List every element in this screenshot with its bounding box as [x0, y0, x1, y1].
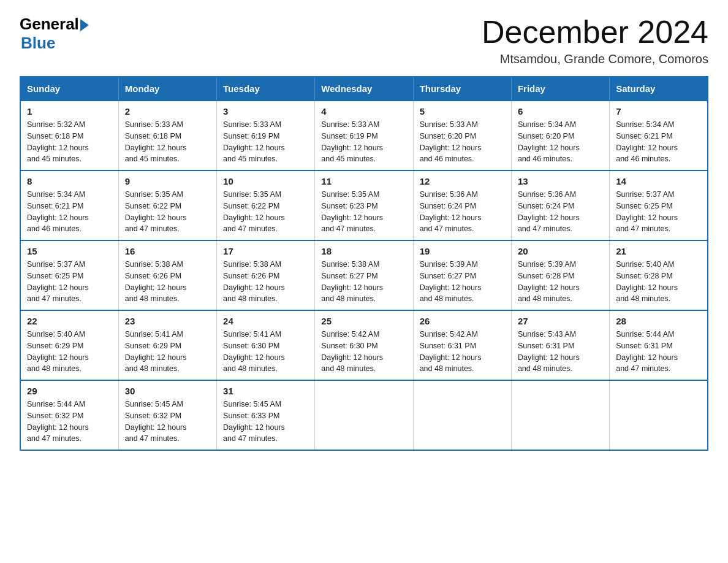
calendar-day-cell: 19 Sunrise: 5:39 AMSunset: 6:27 PMDaylig…	[413, 240, 511, 310]
day-info: Sunrise: 5:40 AMSunset: 6:29 PMDaylight:…	[27, 330, 89, 373]
day-number: 1	[27, 106, 112, 117]
calendar-header-cell: Tuesday	[217, 77, 315, 101]
day-number: 21	[616, 246, 701, 256]
day-number: 2	[125, 106, 210, 117]
day-number: 19	[420, 246, 505, 256]
day-number: 12	[420, 176, 505, 186]
calendar-week-row: 1 Sunrise: 5:32 AMSunset: 6:18 PMDayligh…	[20, 101, 708, 170]
day-number: 26	[420, 316, 505, 326]
day-number: 22	[27, 316, 112, 326]
day-info: Sunrise: 5:35 AMSunset: 6:23 PMDaylight:…	[321, 190, 383, 233]
day-info: Sunrise: 5:43 AMSunset: 6:31 PMDaylight:…	[518, 330, 580, 373]
calendar-week-row: 29 Sunrise: 5:44 AMSunset: 6:32 PMDaylig…	[20, 380, 708, 450]
day-info: Sunrise: 5:42 AMSunset: 6:30 PMDaylight:…	[321, 330, 383, 373]
day-info: Sunrise: 5:34 AMSunset: 6:21 PMDaylight:…	[27, 190, 89, 233]
logo-blue-text: Blue	[21, 34, 55, 52]
day-info: Sunrise: 5:33 AMSunset: 6:19 PMDaylight:…	[321, 120, 383, 163]
page-subtitle: Mtsamdou, Grande Comore, Comoros	[482, 52, 708, 66]
calendar-day-cell: 3 Sunrise: 5:33 AMSunset: 6:19 PMDayligh…	[217, 101, 315, 170]
day-number: 24	[223, 316, 308, 326]
calendar-day-cell: 5 Sunrise: 5:33 AMSunset: 6:20 PMDayligh…	[413, 101, 511, 170]
day-info: Sunrise: 5:33 AMSunset: 6:19 PMDaylight:…	[223, 120, 285, 163]
calendar-day-cell: 17 Sunrise: 5:38 AMSunset: 6:26 PMDaylig…	[217, 240, 315, 310]
calendar-header-cell: Saturday	[610, 77, 708, 101]
calendar-day-cell: 9 Sunrise: 5:35 AMSunset: 6:22 PMDayligh…	[118, 170, 216, 240]
day-info: Sunrise: 5:38 AMSunset: 6:26 PMDaylight:…	[223, 260, 285, 303]
calendar-day-cell: 30 Sunrise: 5:45 AMSunset: 6:32 PMDaylig…	[118, 380, 216, 450]
day-info: Sunrise: 5:40 AMSunset: 6:28 PMDaylight:…	[616, 260, 678, 303]
calendar-day-cell: 1 Sunrise: 5:32 AMSunset: 6:18 PMDayligh…	[20, 101, 118, 170]
calendar-week-row: 15 Sunrise: 5:37 AMSunset: 6:25 PMDaylig…	[20, 240, 708, 310]
day-info: Sunrise: 5:33 AMSunset: 6:20 PMDaylight:…	[420, 120, 482, 163]
day-number: 17	[223, 246, 308, 256]
day-number: 10	[223, 176, 308, 186]
calendar-day-cell	[610, 380, 708, 450]
day-info: Sunrise: 5:36 AMSunset: 6:24 PMDaylight:…	[518, 190, 580, 233]
calendar-week-row: 8 Sunrise: 5:34 AMSunset: 6:21 PMDayligh…	[20, 170, 708, 240]
calendar-day-cell: 24 Sunrise: 5:41 AMSunset: 6:30 PMDaylig…	[217, 310, 315, 380]
day-info: Sunrise: 5:37 AMSunset: 6:25 PMDaylight:…	[27, 260, 89, 303]
calendar-day-cell: 15 Sunrise: 5:37 AMSunset: 6:25 PMDaylig…	[20, 240, 118, 310]
day-info: Sunrise: 5:36 AMSunset: 6:24 PMDaylight:…	[420, 190, 482, 233]
calendar-day-cell: 18 Sunrise: 5:38 AMSunset: 6:27 PMDaylig…	[315, 240, 413, 310]
calendar-day-cell: 11 Sunrise: 5:35 AMSunset: 6:23 PMDaylig…	[315, 170, 413, 240]
day-info: Sunrise: 5:39 AMSunset: 6:27 PMDaylight:…	[420, 260, 482, 303]
logo: General Blue	[20, 15, 89, 53]
day-info: Sunrise: 5:38 AMSunset: 6:26 PMDaylight:…	[125, 260, 187, 303]
day-info: Sunrise: 5:33 AMSunset: 6:18 PMDaylight:…	[125, 120, 187, 163]
day-number: 29	[27, 386, 112, 396]
calendar-header-cell: Monday	[118, 77, 216, 101]
calendar-day-cell: 16 Sunrise: 5:38 AMSunset: 6:26 PMDaylig…	[118, 240, 216, 310]
calendar-day-cell	[413, 380, 511, 450]
day-info: Sunrise: 5:42 AMSunset: 6:31 PMDaylight:…	[420, 330, 482, 373]
day-number: 20	[518, 246, 603, 256]
day-number: 15	[27, 246, 112, 256]
calendar-day-cell: 25 Sunrise: 5:42 AMSunset: 6:30 PMDaylig…	[315, 310, 413, 380]
calendar-day-cell: 6 Sunrise: 5:34 AMSunset: 6:20 PMDayligh…	[511, 101, 609, 170]
day-number: 9	[125, 176, 210, 186]
day-number: 6	[518, 106, 603, 117]
calendar-day-cell: 4 Sunrise: 5:33 AMSunset: 6:19 PMDayligh…	[315, 101, 413, 170]
calendar-header-cell: Thursday	[413, 77, 511, 101]
calendar-day-cell	[315, 380, 413, 450]
day-info: Sunrise: 5:44 AMSunset: 6:32 PMDaylight:…	[27, 400, 89, 443]
day-number: 28	[616, 316, 701, 326]
calendar-day-cell: 7 Sunrise: 5:34 AMSunset: 6:21 PMDayligh…	[610, 101, 708, 170]
calendar-day-cell: 10 Sunrise: 5:35 AMSunset: 6:22 PMDaylig…	[217, 170, 315, 240]
day-info: Sunrise: 5:39 AMSunset: 6:28 PMDaylight:…	[518, 260, 580, 303]
day-number: 11	[321, 176, 406, 186]
day-info: Sunrise: 5:34 AMSunset: 6:21 PMDaylight:…	[616, 120, 678, 163]
calendar-day-cell: 28 Sunrise: 5:44 AMSunset: 6:31 PMDaylig…	[610, 310, 708, 380]
day-number: 7	[616, 106, 701, 117]
calendar-day-cell: 8 Sunrise: 5:34 AMSunset: 6:21 PMDayligh…	[20, 170, 118, 240]
calendar-day-cell: 13 Sunrise: 5:36 AMSunset: 6:24 PMDaylig…	[511, 170, 609, 240]
day-number: 5	[420, 106, 505, 117]
day-number: 18	[321, 246, 406, 256]
calendar-day-cell: 12 Sunrise: 5:36 AMSunset: 6:24 PMDaylig…	[413, 170, 511, 240]
day-number: 30	[125, 386, 210, 396]
day-info: Sunrise: 5:41 AMSunset: 6:30 PMDaylight:…	[223, 330, 285, 373]
calendar-day-cell: 31 Sunrise: 5:45 AMSunset: 6:33 PMDaylig…	[217, 380, 315, 450]
day-number: 4	[321, 106, 406, 117]
calendar-day-cell	[511, 380, 609, 450]
day-info: Sunrise: 5:45 AMSunset: 6:33 PMDaylight:…	[223, 400, 285, 443]
calendar-day-cell: 2 Sunrise: 5:33 AMSunset: 6:18 PMDayligh…	[118, 101, 216, 170]
day-info: Sunrise: 5:41 AMSunset: 6:29 PMDaylight:…	[125, 330, 187, 373]
title-area: December 2024 Mtsamdou, Grande Comore, C…	[482, 15, 708, 66]
day-number: 23	[125, 316, 210, 326]
day-info: Sunrise: 5:44 AMSunset: 6:31 PMDaylight:…	[616, 330, 678, 373]
day-info: Sunrise: 5:38 AMSunset: 6:27 PMDaylight:…	[321, 260, 383, 303]
calendar-day-cell: 22 Sunrise: 5:40 AMSunset: 6:29 PMDaylig…	[20, 310, 118, 380]
day-number: 31	[223, 386, 308, 396]
calendar-header-row: SundayMondayTuesdayWednesdayThursdayFrid…	[20, 77, 708, 101]
calendar-header-cell: Wednesday	[315, 77, 413, 101]
calendar-header-cell: Sunday	[20, 77, 118, 101]
day-info: Sunrise: 5:32 AMSunset: 6:18 PMDaylight:…	[27, 120, 89, 163]
calendar-day-cell: 27 Sunrise: 5:43 AMSunset: 6:31 PMDaylig…	[511, 310, 609, 380]
calendar-day-cell: 29 Sunrise: 5:44 AMSunset: 6:32 PMDaylig…	[20, 380, 118, 450]
calendar-week-row: 22 Sunrise: 5:40 AMSunset: 6:29 PMDaylig…	[20, 310, 708, 380]
logo-general-text: General	[20, 15, 79, 34]
day-info: Sunrise: 5:35 AMSunset: 6:22 PMDaylight:…	[125, 190, 187, 233]
day-number: 8	[27, 176, 112, 186]
calendar-day-cell: 23 Sunrise: 5:41 AMSunset: 6:29 PMDaylig…	[118, 310, 216, 380]
